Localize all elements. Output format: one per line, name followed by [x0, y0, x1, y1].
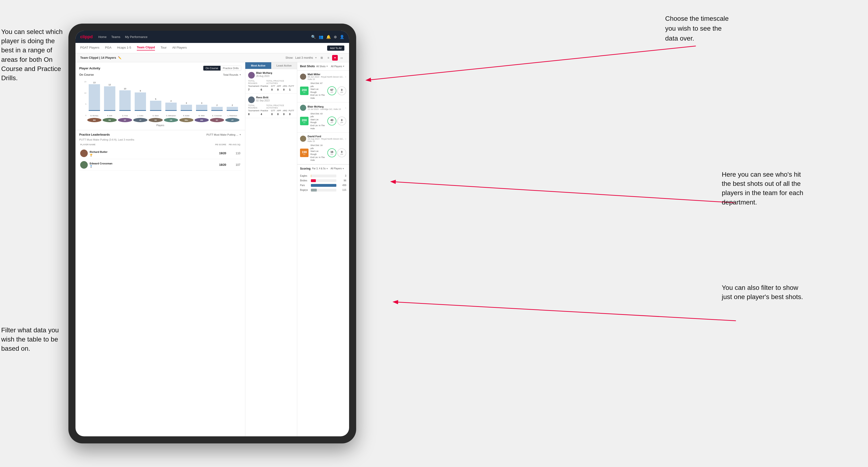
- search-icon[interactable]: 🔍: [311, 35, 316, 39]
- tab-tour[interactable]: Tour: [161, 46, 166, 50]
- bar-value-5: 4: [170, 100, 172, 102]
- list-view-icon[interactable]: ≡: [326, 55, 331, 61]
- scoring-bogeys-label: Bogeys: [300, 189, 309, 191]
- bell-icon[interactable]: 🔔: [326, 35, 331, 39]
- shot-player-name-blair: Blair McHarg: [308, 105, 341, 108]
- tab-team-clippd[interactable]: Team Clippd: [137, 45, 155, 51]
- bar-highlight-0: [89, 110, 100, 111]
- bar-fill-9: [227, 107, 238, 111]
- edit-icon[interactable]: ✏️: [118, 56, 121, 59]
- gtt-label-blair: GTT: [271, 85, 276, 87]
- tab-most-active[interactable]: Most Active: [245, 62, 271, 69]
- bar-6: 3: [179, 80, 193, 111]
- all-shots-label: All Shots: [316, 65, 326, 68]
- shot-chevron-blair[interactable]: ›: [345, 106, 346, 110]
- shot-details-david: 24 Aug 2023 · Royal North Devon GC, Hole…: [308, 138, 345, 143]
- shot-player-row-matt: Matt Miller 09 Jun 2023 · Royal North De…: [300, 73, 346, 81]
- bar-fill-1: [104, 86, 115, 111]
- shot-metric1-val-david: 16: [331, 151, 333, 153]
- drill-selector[interactable]: PUTT Must Make Putting ... ▼: [206, 133, 241, 136]
- users-icon[interactable]: 👥: [319, 35, 323, 39]
- grid-view-icon[interactable]: ⊞: [319, 55, 324, 61]
- nav-my-performance[interactable]: My Performance: [125, 35, 148, 39]
- gtt-val-blair: 0: [271, 88, 276, 91]
- bar-fill-4: [150, 101, 161, 111]
- scoring-birdies-bar: [311, 179, 316, 182]
- bar-highlight-8: [211, 110, 223, 111]
- shot-metric1-val-blair: 43: [331, 119, 333, 121]
- profile-icon[interactable]: 👤: [340, 35, 344, 39]
- tab-pgat-players[interactable]: PGAT Players: [80, 46, 99, 50]
- practice-val-blair: 6: [261, 88, 270, 91]
- date-rees: 02 Sep 2023: [256, 99, 270, 102]
- player-name-edward: Edward Crossman: [90, 162, 212, 165]
- name-label-6: R. Butler: [179, 115, 193, 117]
- shots-filter-dropdown[interactable]: All Shots ▼: [316, 65, 328, 68]
- on-course-toggle[interactable]: On Course: [203, 66, 220, 70]
- nav-teams[interactable]: Teams: [111, 35, 120, 39]
- shot-card-blair[interactable]: Blair McHarg 23 Jul 2023 · Ashridge GC, …: [297, 102, 349, 133]
- avatar-bar-3: JC: [133, 118, 148, 122]
- shot-player-name-david: David Ford: [308, 135, 345, 138]
- team-title: Team Clippd | 14 Players: [80, 56, 116, 59]
- nav-home[interactable]: Home: [98, 35, 106, 39]
- shot-card-matt[interactable]: Matt Miller 09 Jun 2023 · Royal North De…: [297, 70, 349, 102]
- add-to-all-button[interactable]: Add To All: [327, 45, 344, 51]
- practice-row-1: Richard Butler 🏆 19/20 110: [79, 148, 241, 159]
- bar-fill-7: [196, 105, 207, 111]
- bar-8: 2: [210, 80, 224, 111]
- view-icons: ⊞ ≡ ♥ ⚏: [319, 55, 344, 61]
- scoring-birdies-row: Birdies 96: [300, 179, 346, 182]
- practice-table-header: PLAYER NAME PB SCORE PB AVG SQ: [79, 144, 241, 146]
- period-chevron-icon[interactable]: ▼: [315, 57, 317, 59]
- players-filter-dropdown[interactable]: All Players ▼: [331, 65, 345, 68]
- best-shots-title: Best Shots: [300, 65, 315, 68]
- shot-badge-blair: 200 SG: [300, 117, 309, 125]
- shot-metric1-blair: 43 yds: [328, 117, 336, 125]
- shot-chevron-matt[interactable]: ›: [345, 75, 346, 79]
- total-rounds-dropdown[interactable]: Total Rounds ▼: [223, 73, 241, 76]
- tab-least-active[interactable]: Least Active: [271, 62, 297, 69]
- bar-fill-3: [135, 92, 146, 111]
- tab-pga[interactable]: PGA: [105, 46, 111, 50]
- heart-view-icon[interactable]: ♥: [332, 55, 338, 61]
- name-label-2: D. Ford: [118, 115, 132, 117]
- bar-0: 13: [87, 80, 101, 111]
- total-rounds-chevron-icon: ▼: [239, 73, 241, 76]
- drill-chevron-icon: ▼: [239, 133, 241, 136]
- avatar-bar-2: DF: [118, 118, 132, 122]
- filter-view-icon[interactable]: ⚏: [339, 55, 344, 61]
- scoring-pars-bar: [311, 184, 336, 187]
- gtt-label-rees: GTT: [271, 110, 276, 112]
- main-content: Player Activity On Course Practice Drill…: [75, 62, 349, 436]
- avatar-bar-1: RB: [102, 118, 117, 122]
- y-axis-10: 10: [84, 92, 86, 94]
- tournament-val-rees: 8: [248, 113, 260, 116]
- bar-value-2: 10: [124, 88, 126, 90]
- add-circle-icon[interactable]: ⊕: [334, 35, 337, 39]
- practice-drills-toggle[interactable]: Practice Drills: [220, 66, 241, 70]
- tab-hcaps[interactable]: Hcaps 1-5: [117, 46, 131, 50]
- player-activity-header: Player Activity On Course Practice Drill…: [79, 66, 241, 71]
- tab-all-players[interactable]: All Players: [172, 46, 187, 50]
- name-label-5: G. Billingham: [164, 115, 178, 117]
- scoring-par-dropdown[interactable]: Par 3, 4 & 5s ▼: [312, 167, 328, 170]
- shot-badge-num-matt: 200: [302, 88, 307, 92]
- player-name-richard: Richard Butler: [90, 151, 212, 153]
- bar-fill-6: [181, 105, 192, 111]
- shot-badge-label-matt: SG: [303, 92, 305, 93]
- period-selector[interactable]: Last 3 months: [295, 56, 313, 59]
- shot-desc-david: Shot Dist: 16 yds Start Lie: Rough End L…: [310, 144, 326, 162]
- rees-total-rounds-label: Total Rounds: [248, 104, 264, 109]
- scoring-pars-row: Pars 499: [300, 184, 346, 187]
- avatar-bar-0: BM: [87, 118, 101, 122]
- bar-value-1: 12: [108, 84, 111, 86]
- shot-card-david[interactable]: David Ford 24 Aug 2023 · Royal North Dev…: [297, 132, 349, 164]
- left-panel: Player Activity On Course Practice Drill…: [75, 62, 245, 436]
- shot-player-row-blair: Blair McHarg 23 Jul 2023 · Ashridge GC, …: [300, 105, 346, 111]
- practice-subtitle: PUTT Must Make Putting (3-6 ft), Last 3 …: [79, 138, 241, 141]
- shot-player-row-david: David Ford 24 Aug 2023 · Royal North Dev…: [300, 135, 346, 143]
- shot-chevron-david[interactable]: ›: [345, 137, 346, 141]
- pb-avg-edward: 107: [226, 163, 240, 166]
- scoring-players-dropdown[interactable]: All Players ▼: [331, 167, 344, 170]
